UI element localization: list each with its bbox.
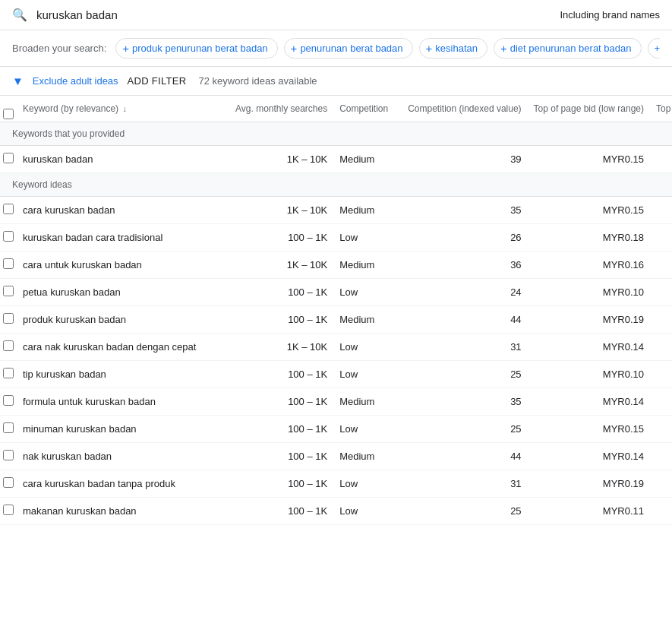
cell-comp-index: 25 [402,416,527,443]
broaden-chip-2[interactable]: + penurunan berat badan [284,38,413,59]
cell-competition: Low [333,334,402,361]
broaden-chips: + produk penurunan berat badan + penurun… [115,38,660,59]
cell-comp-index: 25 [402,361,527,388]
table-row: cara untuk kuruskan badan 1K – 10K Mediu… [0,251,672,279]
table-row: produk kuruskan badan 100 – 1K Medium 44… [0,306,672,334]
row-checkbox[interactable] [3,422,14,433]
cell-avg: 1K – 10K [229,146,333,173]
section-label: Keyword ideas [0,173,672,197]
cell-bid-low: MYR0.14 [528,388,650,416]
cell-keyword: cara kuruskan badan tanpa produk [17,470,229,498]
cell-bid-high: MYR0.63 [650,146,672,173]
table-row: kuruskan badan 1K – 10K Medium 39 MYR0.1… [0,146,672,173]
col-header-avg: Avg. monthly searches [229,96,333,122]
row-checkbox-cell [0,279,17,306]
broaden-chip-4[interactable]: + diet penurunan berat badan [494,38,642,59]
table-row: cara kuruskan badan tanpa produk 100 – 1… [0,470,672,498]
exclude-adult-link[interactable]: Exclude adult ideas [33,75,118,87]
section-header-row: Keyword ideas [0,173,672,197]
chip-plus-icon: + [291,42,298,55]
add-filter-button[interactable]: ADD FILTER [128,75,187,87]
cell-keyword: minuman kuruskan badan [17,416,229,443]
chip-more-label: + [655,43,661,54]
table-row: kuruskan badan cara tradisional 100 – 1K… [0,224,672,251]
broaden-chip-1[interactable]: + produk penurunan berat badan [115,38,277,59]
row-checkbox-cell [0,197,17,224]
cell-bid-low: MYR0.11 [528,498,650,525]
cell-avg: 100 – 1K [229,443,333,470]
col-header-bid-high: Top of page bid (high range) [650,96,672,122]
row-checkbox-cell [0,224,17,251]
cell-bid-low: MYR0.19 [528,470,650,498]
cell-competition: Low [333,279,402,306]
cell-avg: 1K – 10K [229,251,333,279]
cell-comp-index: 39 [402,146,527,173]
row-checkbox[interactable] [3,395,14,406]
chip-label-1: produk penurunan berat badan [132,43,268,54]
section-label: Keywords that you provided [0,122,672,146]
cell-bid-high: MYR0.56 [650,251,672,279]
row-checkbox[interactable] [3,204,14,214]
col-avg-label: Avg. monthly searches [235,103,327,114]
cell-competition: Medium [333,443,402,470]
cell-bid-low: MYR0.15 [528,197,650,224]
row-checkbox-cell [0,416,17,443]
row-checkbox-cell [0,251,17,279]
row-checkbox-cell [0,388,17,416]
row-checkbox[interactable] [3,368,14,378]
row-checkbox[interactable] [3,477,14,488]
cell-avg: 100 – 1K [229,498,333,525]
row-checkbox[interactable] [3,505,14,515]
select-all-checkbox[interactable] [3,109,14,119]
broaden-label: Broaden your search: [12,43,106,54]
cell-keyword: kuruskan badan cara tradisional [17,224,229,251]
search-icon: 🔍 [12,8,27,22]
cell-keyword: produk kuruskan badan [17,306,229,334]
search-query[interactable]: kuruskan badan [36,8,560,21]
col-header-keyword[interactable]: Keyword (by relevance) ↓ [17,96,229,122]
row-checkbox[interactable] [3,231,14,242]
cell-bid-high: MYR0.63 [650,416,672,443]
cell-bid-high: MYR0.54 [650,388,672,416]
cell-bid-low: MYR0.15 [528,146,650,173]
cell-bid-high: MYR0.57 [650,197,672,224]
col-bid-high-label: Top of page bid (high range) [656,103,672,114]
row-checkbox[interactable] [3,340,14,351]
broaden-chip-more[interactable]: + [648,38,661,59]
cell-keyword: petua kuruskan badan [17,279,229,306]
header-checkbox-col [0,96,17,122]
cell-bid-low: MYR0.10 [528,361,650,388]
row-checkbox[interactable] [3,313,14,324]
cell-comp-index: 31 [402,470,527,498]
cell-bid-low: MYR0.10 [528,279,650,306]
row-checkbox-cell [0,361,17,388]
row-checkbox[interactable] [3,450,14,460]
cell-comp-index: 44 [402,443,527,470]
cell-keyword: nak kuruskan badan [17,443,229,470]
cell-bid-low: MYR0.14 [528,443,650,470]
row-checkbox-cell [0,470,17,498]
cell-bid-low: MYR0.18 [528,224,650,251]
table-row: cara nak kuruskan badan dengan cepat 1K … [0,334,672,361]
cell-competition: Low [333,361,402,388]
cell-avg: 100 – 1K [229,470,333,498]
cell-avg: 1K – 10K [229,197,333,224]
broaden-chip-3[interactable]: + kesihatan [419,38,487,59]
chip-plus-icon: + [426,42,433,55]
row-checkbox[interactable] [3,286,14,296]
cell-competition: Medium [333,146,402,173]
row-checkbox[interactable] [3,153,14,163]
cell-competition: Medium [333,197,402,224]
filter-icon: ▼ [12,74,24,87]
cell-avg: 100 – 1K [229,361,333,388]
cell-avg: 1K – 10K [229,334,333,361]
cell-bid-low: MYR0.16 [528,251,650,279]
table-row: tip kuruskan badan 100 – 1K Low 25 MYR0.… [0,361,672,388]
row-checkbox-cell [0,334,17,361]
row-checkbox[interactable] [3,258,14,269]
cell-keyword: makanan kuruskan badan [17,498,229,525]
table-header-row: Keyword (by relevance) ↓ Avg. monthly se… [0,96,672,122]
cell-keyword: tip kuruskan badan [17,361,229,388]
cell-competition: Low [333,224,402,251]
col-header-comp-index: Competition (indexed value) [402,96,527,122]
